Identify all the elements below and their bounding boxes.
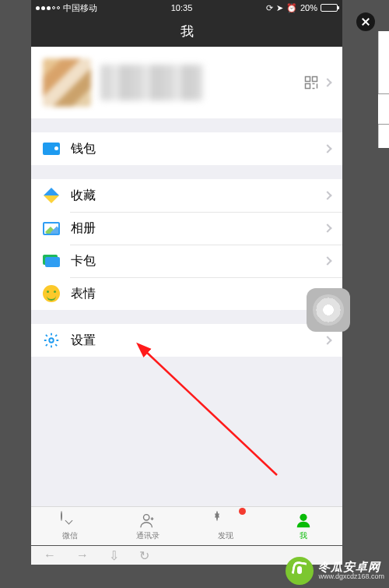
album-cell[interactable]: 相册 [31,212,342,245]
signal-dots-icon [36,6,60,10]
cards-icon [43,252,60,269]
carrier-label: 中国移动 [63,2,97,14]
chevron-right-icon [323,256,331,265]
location-icon: ➤ [276,3,283,13]
favorites-cell[interactable]: 收藏 [31,179,342,212]
gear-icon [43,332,60,349]
back-icon[interactable]: ← [44,548,56,562]
status-bar: 中国移动 10:35 ⟳ ➤ ⏰ 20% [31,0,342,16]
download-icon[interactable]: ⇩ [109,548,119,563]
cell-label: 收藏 [71,188,324,204]
watermark-logo-icon [286,557,314,585]
compass-icon [216,512,235,529]
profile-cell[interactable] [31,47,342,118]
chevron-right-icon [323,78,331,86]
stickers-cell[interactable]: 表情 [31,277,342,310]
close-button[interactable] [356,12,375,31]
cell-label: 相册 [71,220,324,237]
cell-label: 钱包 [71,141,324,157]
tab-chats[interactable]: 微信 [31,507,109,545]
chevron-right-icon [323,191,331,199]
cell-label: 设置 [71,333,324,349]
page-edge [378,31,389,148]
favorites-icon [43,187,60,204]
album-icon [43,220,60,237]
tab-contacts[interactable]: 通讯录 [109,507,187,545]
svg-rect-0 [306,77,310,82]
tab-me[interactable]: 我 [265,507,342,545]
watermark-brand: 冬瓜安卓网 [318,561,384,574]
tab-bar: 微信 通讯录 发现 我 [31,506,342,545]
person-icon [295,512,312,529]
chat-bubble-icon [61,512,79,529]
cell-label: 卡包 [71,253,324,269]
tab-discover[interactable]: 发现 [187,507,265,545]
tab-label: 通讯录 [136,530,159,541]
settings-cell[interactable]: 设置 [31,324,342,357]
emoji-icon [43,285,60,302]
chevron-right-icon [323,144,331,153]
assistive-touch-button[interactable] [307,288,350,332]
forward-icon[interactable]: → [76,548,89,562]
tab-label: 我 [300,530,307,541]
notification-dot [239,508,246,515]
page-edge [378,93,389,125]
assistive-touch-icon [313,294,344,326]
watermark: 冬瓜安卓网 www.dgxcdz168.com [286,557,384,585]
nav-bar: 我 [31,16,342,47]
svg-point-5 [300,513,307,520]
svg-point-3 [49,338,54,343]
wallet-cell[interactable]: 钱包 [31,132,342,165]
cards-cell[interactable]: 卡包 [31,245,342,277]
clock-label: 10:35 [171,3,193,12]
avatar [43,58,91,107]
profile-name-blurred [100,65,202,100]
qr-code-icon [304,76,318,90]
lock-icon: ⟳ [266,3,273,13]
chevron-right-icon [323,336,331,344]
alarm-icon: ⏰ [286,3,297,13]
chevron-right-icon [323,224,331,232]
cell-label: 表情 [71,286,324,302]
contacts-icon [139,512,156,529]
refresh-icon[interactable]: ↻ [139,548,149,563]
svg-point-4 [144,514,149,519]
wallet-icon [43,140,60,157]
watermark-url: www.dgxcdz168.com [318,573,384,581]
tab-label: 发现 [218,530,233,541]
svg-rect-1 [313,77,317,82]
battery-icon [321,4,338,12]
svg-rect-2 [306,84,310,89]
battery-pct-label: 20% [300,3,317,12]
page-title: 我 [180,23,194,40]
tab-label: 微信 [62,530,78,541]
wechat-me-screen: 中国移动 10:35 ⟳ ➤ ⏰ 20% 我 钱包 [31,0,342,545]
